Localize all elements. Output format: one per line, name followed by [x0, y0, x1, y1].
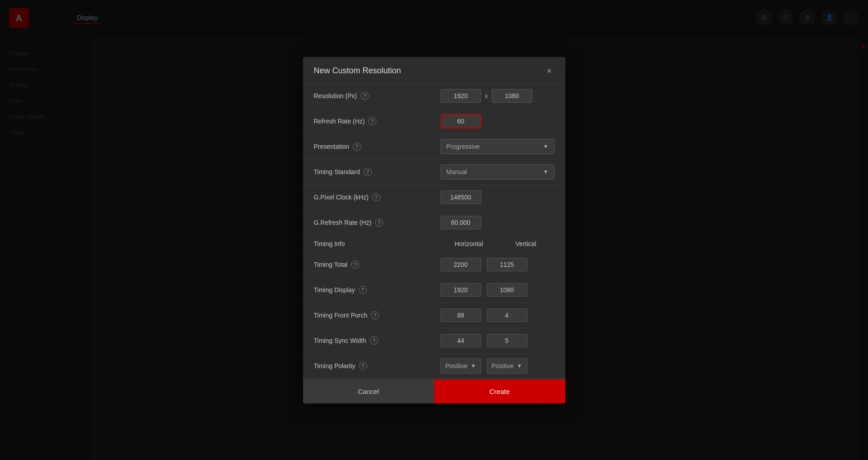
polarity-h-chevron: ▼ — [471, 363, 476, 369]
refresh-rate-input[interactable] — [441, 114, 481, 128]
timing-display-h-input[interactable] — [441, 283, 481, 297]
timing-polarity-row: Timing Polarity ? Positive ▼ Positive ▼ — [303, 354, 565, 379]
resolution-width-input[interactable] — [441, 89, 481, 103]
resolution-separator: x — [485, 92, 488, 100]
timing-horizontal-header: Horizontal — [441, 240, 498, 247]
presentation-help-icon[interactable]: ? — [353, 142, 361, 151]
dialog-header: New Custom Resolution × — [303, 57, 565, 84]
refresh-rate-help-icon[interactable]: ? — [368, 117, 376, 125]
grefresh-rate-control — [441, 216, 555, 229]
timing-standard-select[interactable]: Manual ▼ — [441, 164, 555, 180]
presentation-select[interactable]: Progressive ▼ — [441, 139, 555, 154]
timing-sync-width-row: Timing Sync Width ? — [303, 328, 565, 354]
presentation-chevron: ▼ — [543, 143, 549, 150]
close-button[interactable]: × — [544, 66, 555, 76]
timing-total-h-input[interactable] — [441, 258, 481, 271]
timing-display-row: Timing Display ? — [303, 278, 565, 303]
refresh-rate-control — [441, 114, 555, 128]
timing-sync-width-v-input[interactable] — [487, 334, 527, 347]
timing-total-help-icon[interactable]: ? — [351, 261, 359, 269]
create-button[interactable]: Create — [434, 379, 565, 403]
timing-total-label: Timing Total ? — [314, 261, 441, 269]
timing-total-inputs — [441, 258, 555, 271]
grefresh-rate-row: G.Refresh Rate (Hz) ? — [303, 210, 565, 236]
timing-standard-chevron: ▼ — [543, 169, 549, 175]
gpixel-clock-control — [441, 190, 555, 204]
presentation-control: Progressive ▼ — [441, 139, 555, 154]
timing-front-porch-label: Timing Front Porch ? — [314, 311, 441, 319]
timing-front-porch-v-input[interactable] — [487, 308, 527, 322]
resolution-help-icon[interactable]: ? — [360, 92, 369, 100]
polarity-v-chevron: ▼ — [517, 363, 522, 369]
timing-display-help-icon[interactable]: ? — [359, 286, 367, 294]
timing-display-label: Timing Display ? — [314, 286, 441, 294]
resolution-height-input[interactable] — [492, 89, 532, 103]
grefresh-rate-help-icon[interactable]: ? — [375, 218, 383, 227]
timing-display-inputs — [441, 283, 555, 297]
refresh-rate-label: Refresh Rate (Hz) ? — [314, 117, 441, 125]
timing-sync-width-h-input[interactable] — [441, 334, 481, 347]
timing-polarity-help-icon[interactable]: ? — [359, 362, 367, 370]
timing-vertical-header: Vertical — [498, 240, 555, 247]
dialog-title: New Custom Resolution — [314, 66, 401, 76]
cancel-button[interactable]: Cancel — [303, 379, 434, 403]
timing-front-porch-row: Timing Front Porch ? — [303, 303, 565, 328]
timing-standard-control: Manual ▼ — [441, 164, 555, 180]
dialog-backdrop: New Custom Resolution × Resolution (Px) … — [0, 0, 868, 460]
timing-polarity-selects: Positive ▼ Positive ▼ — [441, 358, 555, 374]
gpixel-clock-input[interactable] — [441, 190, 481, 204]
dialog-body: Resolution (Px) ? x Refresh Rate (Hz) ? — [303, 84, 565, 379]
presentation-row: Presentation ? Progressive ▼ — [303, 134, 565, 160]
timing-sync-width-help-icon[interactable]: ? — [370, 337, 378, 345]
timing-standard-row: Timing Standard ? Manual ▼ — [303, 160, 565, 185]
timing-sync-width-label: Timing Sync Width ? — [314, 337, 441, 345]
grefresh-rate-input[interactable] — [441, 216, 481, 229]
dialog-footer: Cancel Create — [303, 379, 565, 403]
resolution-control: x — [441, 89, 555, 103]
resolution-row: Resolution (Px) ? x — [303, 84, 565, 109]
timing-front-porch-help-icon[interactable]: ? — [371, 311, 379, 319]
refresh-rate-row: Refresh Rate (Hz) ? — [303, 109, 565, 134]
gpixel-clock-row: G.Pixel Clock (kHz) ? — [303, 185, 565, 210]
timing-display-v-input[interactable] — [487, 283, 527, 297]
timing-front-porch-inputs — [441, 308, 555, 322]
new-custom-resolution-dialog: New Custom Resolution × Resolution (Px) … — [303, 57, 565, 403]
timing-info-label: Timing Info — [314, 240, 441, 247]
polarity-h-select[interactable]: Positive ▼ — [441, 358, 481, 374]
presentation-label: Presentation ? — [314, 142, 441, 151]
timing-info-header: Timing Info Horizontal Vertical — [303, 236, 565, 252]
gpixel-clock-label: G.Pixel Clock (kHz) ? — [314, 193, 441, 201]
timing-standard-help-icon[interactable]: ? — [364, 168, 372, 176]
timing-total-row: Timing Total ? — [303, 252, 565, 278]
timing-sync-width-inputs — [441, 334, 555, 347]
timing-polarity-label: Timing Polarity ? — [314, 362, 441, 370]
gpixel-clock-help-icon[interactable]: ? — [372, 193, 380, 201]
grefresh-rate-label: G.Refresh Rate (Hz) ? — [314, 218, 441, 227]
timing-front-porch-h-input[interactable] — [441, 308, 481, 322]
polarity-v-select[interactable]: Positive ▼ — [487, 358, 527, 374]
timing-standard-label: Timing Standard ? — [314, 168, 441, 176]
resolution-label: Resolution (Px) ? — [314, 92, 441, 100]
timing-total-v-input[interactable] — [487, 258, 527, 271]
